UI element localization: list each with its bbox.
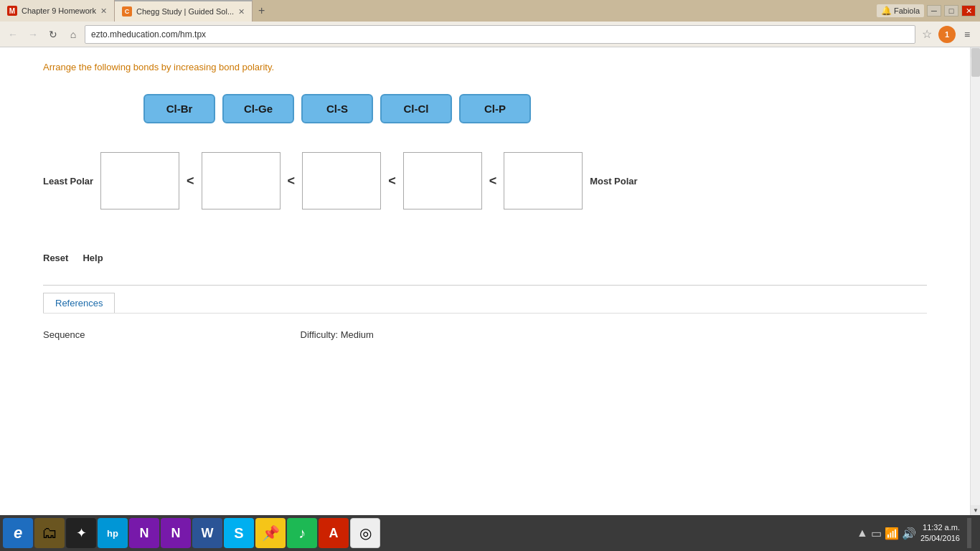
forward-button[interactable]: → [24, 26, 42, 43]
taskbar: e 🗂 ✦ hp N N W S 📌 [0, 515, 980, 551]
show-desktop-button[interactable] [967, 518, 971, 548]
taskbar-onenote2-icon[interactable]: N [161, 518, 191, 548]
difficulty-label: Difficulty: Medium [301, 329, 374, 340]
browser-window: M Chapter 9 Homework ✕ C Chegg Study | G… [0, 0, 980, 551]
taskbar-chrome-icon[interactable]: ◎ [350, 518, 380, 548]
tab-chapter9-label: Chapter 9 Homework [22, 6, 96, 15]
scrollbar[interactable]: ▲ ▼ [970, 47, 980, 515]
bond-cl-ge[interactable]: Cl-Ge [222, 94, 294, 123]
tray-up-icon: ▲ [857, 527, 868, 540]
clock-date: 25/04/2016 [920, 533, 960, 544]
tab-chegg[interactable]: C Chegg Study | Guided Sol... ✕ [115, 0, 253, 22]
page-content: ▲ ▼ Arrange the following bonds by incre… [0, 47, 980, 515]
address-input[interactable] [85, 25, 915, 44]
tab-chapter9-close[interactable]: ✕ [100, 6, 107, 16]
bond-cl-p[interactable]: Cl-P [459, 94, 531, 123]
taskbar-skype-icon[interactable]: S [224, 518, 254, 548]
tray-network-icon: 📶 [885, 527, 899, 540]
less-than-1: < [179, 174, 202, 189]
tray-monitor-icon: ▭ [871, 527, 882, 540]
taskbar-ie-icon[interactable]: e [3, 518, 33, 548]
maximize-button[interactable]: □ [944, 5, 958, 17]
drop-zone-3[interactable] [302, 152, 381, 209]
username: Fabiola [894, 6, 920, 15]
tray-icons: ▲ ▭ 📶 🔊 [857, 527, 916, 540]
title-bar: M Chapter 9 Homework ✕ C Chegg Study | G… [0, 0, 980, 22]
window-controls: 🔔 Fabiola ─ □ ✕ [877, 0, 980, 22]
taskbar-word-icon[interactable]: W [192, 518, 222, 548]
taskbar-adobe-icon[interactable]: A [319, 518, 349, 548]
controls-row: Reset Help [43, 253, 927, 263]
tab-icon-m: M [7, 6, 17, 16]
taskbar-hp-icon[interactable]: hp [98, 518, 128, 548]
scroll-down-arrow[interactable]: ▼ [971, 505, 980, 515]
new-tab-button[interactable]: + [253, 0, 270, 22]
sequence-label: Sequence [43, 329, 85, 340]
references-section: Sequence Difficulty: Medium [43, 313, 927, 343]
bond-cl-s[interactable]: Cl-S [301, 94, 373, 123]
home-button[interactable]: ⌂ [65, 26, 82, 43]
least-polar-label: Least Polar [43, 176, 93, 187]
taskbar-pinwheel-icon[interactable]: ✦ [66, 518, 96, 548]
taskbar-right: ▲ ▭ 📶 🔊 11:32 a.m. 25/04/2016 [857, 518, 977, 548]
drop-zone-5[interactable] [504, 152, 583, 209]
most-polar-label: Most Polar [590, 176, 637, 187]
content-area: Arrange the following bonds by increasin… [0, 47, 970, 357]
help-button[interactable]: Help [83, 253, 103, 263]
tray-volume-icon: 🔊 [902, 527, 916, 540]
clock-time: 11:32 a.m. [920, 522, 960, 533]
address-bar: ← → ↻ ⌂ ☆ 1 ≡ [0, 22, 980, 47]
less-than-4: < [482, 174, 504, 189]
tab-chegg-close[interactable]: ✕ [238, 7, 245, 17]
user-badge: 🔔 Fabiola [877, 4, 924, 17]
bond-cl-cl[interactable]: Cl-Cl [380, 94, 452, 123]
tab-chapter9[interactable]: M Chapter 9 Homework ✕ [0, 0, 115, 22]
refresh-button[interactable]: ↻ [44, 26, 62, 43]
minimize-button[interactable]: ─ [927, 5, 941, 17]
menu-button[interactable]: ≡ [958, 26, 976, 43]
drop-zone-4[interactable] [403, 152, 482, 209]
scrollbar-thumb[interactable] [971, 48, 980, 77]
tab-icon-chegg: C [122, 6, 132, 17]
back-button[interactable]: ← [4, 26, 22, 43]
less-than-2: < [281, 174, 303, 189]
bonds-container: Cl-Br Cl-Ge Cl-S Cl-Cl Cl-P [43, 94, 927, 123]
taskbar-files-icon[interactable]: 🗂 [34, 518, 65, 548]
reset-button[interactable]: Reset [43, 253, 68, 263]
less-than-3: < [381, 174, 403, 189]
references-tab[interactable]: References [43, 293, 115, 313]
polarity-section: Least Polar < < < < Most Polar [43, 152, 927, 209]
bond-cl-br[interactable]: Cl-Br [143, 94, 215, 123]
drop-zone-1[interactable] [100, 152, 179, 209]
close-button[interactable]: ✕ [961, 5, 976, 17]
question-text: Arrange the following bonds by increasin… [43, 62, 927, 72]
drop-zone-2[interactable] [202, 152, 281, 209]
taskbar-spotify-icon[interactable]: ♪ [287, 518, 317, 548]
profile-icon[interactable]: 1 [938, 26, 956, 43]
tab-chegg-label: Chegg Study | Guided Sol... [136, 7, 234, 16]
bookmark-icon[interactable]: ☆ [918, 26, 936, 43]
taskbar-onenote-icon[interactable]: N [129, 518, 159, 548]
references-tab-container: References Sequence Difficulty: Medium [43, 285, 927, 343]
taskbar-sticky-icon[interactable]: 📌 [255, 518, 286, 548]
clock: 11:32 a.m. 25/04/2016 [920, 522, 960, 545]
